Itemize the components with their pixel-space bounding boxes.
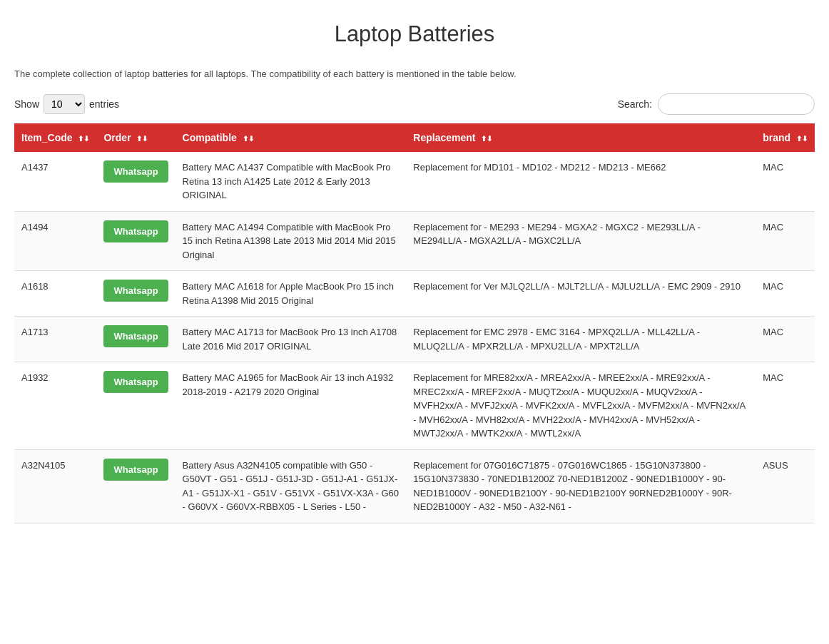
search-box: Search: xyxy=(618,93,815,115)
cell-brand: ASUS xyxy=(756,449,815,523)
table-controls: Show 10 25 50 100 entries Search: xyxy=(14,93,815,115)
cell-compatible: Battery MAC A1965 for MacBook Air 13 inc… xyxy=(176,362,407,450)
cell-replacement: Replacement for MRE82xx/A - MREA2xx/A - … xyxy=(406,362,756,450)
cell-compatible: Battery MAC A1618 for Apple MacBook Pro … xyxy=(176,271,407,317)
col-brand[interactable]: brand ⬆⬇ xyxy=(756,123,815,152)
cell-compatible: Battery MAC A1494 Compatible with MacBoo… xyxy=(176,211,407,271)
sort-arrows-order: ⬆⬇ xyxy=(136,135,148,143)
search-input[interactable] xyxy=(658,93,815,115)
cell-brand: MAC xyxy=(756,317,815,362)
cell-order: Whatsapp xyxy=(96,317,175,362)
page-wrapper: Laptop Batteries The complete collection… xyxy=(0,0,829,538)
cell-replacement: Replacement for 07G016C71875 - 07G016WC1… xyxy=(406,449,756,523)
cell-compatible: Battery MAC A1437 Compatible with MacBoo… xyxy=(176,152,407,211)
table-row: A1494WhatsappBattery MAC A1494 Compatibl… xyxy=(14,211,815,271)
table-row: A1713WhatsappBattery MAC A1713 for MacBo… xyxy=(14,317,815,362)
cell-order: Whatsapp xyxy=(96,152,175,211)
cell-compatible: Battery MAC A1713 for MacBook Pro 13 inc… xyxy=(176,317,407,362)
cell-item-code: A1437 xyxy=(14,152,96,211)
cell-order: Whatsapp xyxy=(96,362,175,450)
col-replacement[interactable]: Replacement ⬆⬇ xyxy=(406,123,756,152)
cell-replacement: Replacement for EMC 2978 - EMC 3164 - MP… xyxy=(406,317,756,362)
table-row: A1618WhatsappBattery MAC A1618 for Apple… xyxy=(14,271,815,317)
col-compatible[interactable]: Compatible ⬆⬇ xyxy=(176,123,407,152)
page-title: Laptop Batteries xyxy=(14,21,815,47)
whatsapp-button[interactable]: Whatsapp xyxy=(103,459,168,481)
cell-brand: MAC xyxy=(756,152,815,211)
table-header-row: Item_Code ⬆⬇ Order ⬆⬇ Compatible ⬆⬇ Repl… xyxy=(14,123,815,152)
entries-select[interactable]: 10 25 50 100 xyxy=(44,94,85,114)
whatsapp-button[interactable]: Whatsapp xyxy=(103,325,168,347)
entries-label: entries xyxy=(89,98,119,110)
col-order[interactable]: Order ⬆⬇ xyxy=(96,123,175,152)
cell-compatible: Battery Asus A32N4105 compatible with G5… xyxy=(176,449,407,523)
show-entries-control: Show 10 25 50 100 entries xyxy=(14,94,119,114)
sort-arrows-replacement: ⬆⬇ xyxy=(481,135,492,143)
cell-item-code: A1618 xyxy=(14,271,96,317)
cell-order: Whatsapp xyxy=(96,211,175,271)
cell-replacement: Replacement for - ME293 - ME294 - MGXA2 … xyxy=(406,211,756,271)
table-row: A1932WhatsappBattery MAC A1965 for MacBo… xyxy=(14,362,815,450)
cell-item-code: A1494 xyxy=(14,211,96,271)
whatsapp-button[interactable]: Whatsapp xyxy=(103,160,168,183)
whatsapp-button[interactable]: Whatsapp xyxy=(103,220,168,242)
batteries-table: Item_Code ⬆⬇ Order ⬆⬇ Compatible ⬆⬇ Repl… xyxy=(14,123,815,523)
table-row: A32N4105WhatsappBattery Asus A32N4105 co… xyxy=(14,449,815,523)
cell-order: Whatsapp xyxy=(96,271,175,317)
cell-order: Whatsapp xyxy=(96,449,175,523)
cell-brand: MAC xyxy=(756,211,815,271)
search-label: Search: xyxy=(618,98,652,110)
table-row: A1437WhatsappBattery MAC A1437 Compatibl… xyxy=(14,152,815,211)
col-item-code[interactable]: Item_Code ⬆⬇ xyxy=(14,123,96,152)
sort-arrows-item-code: ⬆⬇ xyxy=(78,135,89,143)
show-label: Show xyxy=(14,98,39,110)
cell-replacement: Replacement for MD101 - MD102 - MD212 - … xyxy=(406,152,756,211)
cell-brand: MAC xyxy=(756,271,815,317)
whatsapp-button[interactable]: Whatsapp xyxy=(103,280,168,302)
page-description: The complete collection of laptop batter… xyxy=(14,68,815,79)
cell-item-code: A32N4105 xyxy=(14,449,96,523)
whatsapp-button[interactable]: Whatsapp xyxy=(103,371,168,393)
cell-item-code: A1932 xyxy=(14,362,96,450)
cell-replacement: Replacement for Ver MJLQ2LL/A - MJLT2LL/… xyxy=(406,271,756,317)
cell-item-code: A1713 xyxy=(14,317,96,362)
sort-arrows-compatible: ⬆⬇ xyxy=(243,135,254,143)
sort-arrows-brand: ⬆⬇ xyxy=(796,135,808,143)
cell-brand: MAC xyxy=(756,362,815,450)
